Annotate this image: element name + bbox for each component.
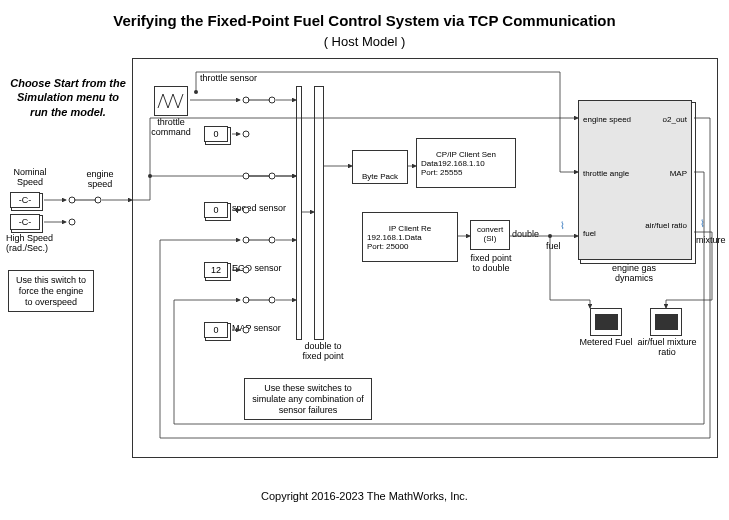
tcp-send-ip: 192.168.1.10	[438, 159, 485, 168]
page-title: Verifying the Fixed-Point Fuel Control S…	[0, 12, 729, 29]
wireless-icon-fuel: ⌇	[560, 220, 565, 231]
const-ego[interactable]: 12	[204, 262, 228, 278]
scope-afr[interactable]	[650, 308, 682, 336]
label-mixture: mixture	[696, 236, 728, 246]
copyright: Copyright 2016-2023 The MathWorks, Inc.	[0, 490, 729, 502]
engine-in-fuel: fuel	[583, 229, 596, 238]
label-nominal-speed: Nominal Speed	[6, 168, 54, 188]
engine-dynamics-block[interactable]: engine speed o2_out throttle angle MAP f…	[578, 100, 692, 260]
tcp-recv-data: Data	[405, 233, 422, 242]
engine-out-afr: air/fuel ratio	[645, 221, 687, 230]
engine-in-speed: engine speed	[583, 115, 631, 124]
page-subtitle: ( Host Model )	[0, 34, 729, 49]
tcp-recv-port: Port: 25000	[367, 242, 408, 251]
overspeed-note: Use this switch to force the engine to o…	[8, 270, 94, 312]
label-engine-speed: engine speed	[78, 170, 122, 190]
label-engine-dynamics: engine gas dynamics	[602, 264, 666, 284]
label-speed-sensor: speed sensor	[232, 204, 292, 214]
const-nominal-speed[interactable]: -C-	[10, 192, 40, 208]
label-high-speed: High Speed (rad./Sec.)	[6, 234, 66, 254]
label-fp2d: fixed point to double	[466, 254, 516, 274]
svg-point-0	[69, 197, 75, 203]
label-map-sensor: MAP sensor	[232, 324, 292, 334]
svg-point-1	[69, 219, 75, 225]
label-afr: air/fuel mixture ratio	[636, 338, 698, 358]
d2fp-bar[interactable]	[314, 86, 324, 340]
byte-pack-label: Byte Pack	[362, 172, 398, 181]
const-speed[interactable]: 0	[204, 202, 228, 218]
tcp-send-data: Data	[421, 159, 438, 168]
label-throttle-command: throttle command	[146, 118, 196, 138]
engine-out-o2: o2_out	[663, 115, 687, 124]
wireless-icon-mixture: ⌇	[700, 218, 705, 229]
tcp-recv-ip: 192.168.1.	[367, 233, 405, 242]
label-ego-sensor: EGO sensor	[232, 264, 292, 274]
tcp-recv-block[interactable]: IP Client Re 192.168.1.Data Port: 25000	[362, 212, 458, 262]
tcp-recv-title: IP Client Re	[389, 224, 432, 233]
const-throttle[interactable]: 0	[204, 126, 228, 142]
const-high-speed[interactable]: -C-	[10, 214, 40, 230]
throttle-command-block[interactable]	[154, 86, 188, 116]
engine-out-map: MAP	[670, 169, 687, 178]
const-map[interactable]: 0	[204, 322, 228, 338]
tcp-send-block[interactable]: CP/IP Client Sen Data192.168.1.10 Port: …	[416, 138, 516, 188]
convert-label: convert (SI)	[471, 226, 509, 244]
tcp-send-title: CP/IP Client Sen	[436, 150, 496, 159]
label-throttle-sensor: throttle sensor	[200, 74, 270, 84]
mux-bar[interactable]	[296, 86, 302, 340]
label-double: double	[512, 230, 546, 240]
tcp-send-port: Port: 25555	[421, 168, 462, 177]
svg-point-2	[95, 197, 101, 203]
label-fuel: fuel	[546, 242, 570, 252]
label-metered-fuel: Metered Fuel	[574, 338, 638, 348]
scope-metered-fuel[interactable]	[590, 308, 622, 336]
label-d2fp: double to fixed point	[298, 342, 348, 362]
convert-block[interactable]: convert (SI)	[470, 220, 510, 250]
engine-in-throttle: throttle angle	[583, 169, 629, 178]
byte-pack-block[interactable]: Byte Pack	[352, 150, 408, 184]
start-note: Choose Start from the Simulation menu to…	[8, 76, 128, 119]
failure-note: Use these switches to simulate any combi…	[244, 378, 372, 420]
